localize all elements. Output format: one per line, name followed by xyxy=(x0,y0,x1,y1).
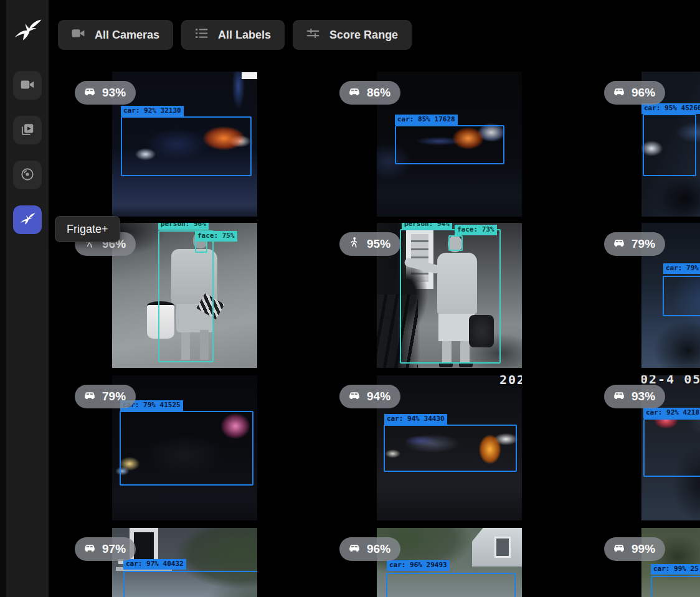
event-cell: 79% car: 79% xyxy=(599,223,700,375)
disc-icon xyxy=(19,166,35,184)
car-icon xyxy=(612,541,626,558)
badge-score: 97% xyxy=(102,542,126,556)
detection-bbox xyxy=(121,116,252,176)
detection-label: person: 96% xyxy=(158,223,209,230)
detection-bbox xyxy=(123,571,257,597)
car-icon xyxy=(348,85,361,101)
window-edge xyxy=(0,0,6,597)
badge-score: 94% xyxy=(367,390,390,403)
frigate-bird-icon xyxy=(12,15,43,46)
score-badge: 95% xyxy=(339,232,400,256)
car-icon xyxy=(83,388,97,405)
event-cell: 94% 202 car: 94% 34430 xyxy=(334,375,599,528)
detection-bbox xyxy=(643,114,696,176)
sidebar-item-cameras[interactable] xyxy=(13,71,42,100)
scene-detail xyxy=(242,72,257,79)
score-badge: 79% xyxy=(604,232,665,256)
detection-bbox xyxy=(651,576,700,597)
detection-label: car: 95% 45260 xyxy=(641,103,700,114)
event-cell: 86% car: 85% 17628 xyxy=(334,72,599,224)
detection-bbox xyxy=(643,418,700,477)
detection-bbox xyxy=(395,125,504,164)
event-cell: 97% car: 97% 40432 xyxy=(70,528,334,597)
score-badge: 79% xyxy=(75,385,136,408)
event-thumbnail[interactable]: car: 96% 29493 xyxy=(377,528,522,597)
car-icon xyxy=(348,541,361,558)
score-badge: 99% xyxy=(604,537,665,561)
car-icon xyxy=(83,541,97,558)
face-bbox xyxy=(448,235,463,251)
sidebar-item-recordings[interactable] xyxy=(13,161,42,189)
frigate-plus-tooltip: Frigate+ xyxy=(55,216,120,242)
event-cell: 96% car: 96% 29493 xyxy=(334,528,599,597)
sidebar xyxy=(6,0,49,597)
video-camera-icon xyxy=(70,26,86,44)
all-cameras-filter-button[interactable]: All Cameras xyxy=(58,20,173,50)
score-badge: 97% xyxy=(75,537,136,561)
badge-score: 99% xyxy=(631,542,655,556)
all-labels-label: All Labels xyxy=(218,29,271,42)
badge-score: 96% xyxy=(631,86,655,100)
score-range-filter-button[interactable]: Score Range xyxy=(293,20,412,50)
all-cameras-label: All Cameras xyxy=(95,29,159,42)
video-camera-icon xyxy=(19,77,35,95)
score-badge: 93% xyxy=(75,81,136,105)
car-icon xyxy=(612,236,626,253)
event-thumbnail[interactable]: car: 97% 40432 xyxy=(112,528,257,597)
score-badge: 96% xyxy=(604,81,665,105)
detection-label: car: 85% 17628 xyxy=(395,115,458,125)
detection-bbox xyxy=(386,573,516,597)
car-icon xyxy=(612,388,626,405)
score-badge: 86% xyxy=(339,81,400,105)
detection-bbox xyxy=(663,276,700,316)
car-icon xyxy=(612,85,626,101)
scene-detail xyxy=(494,537,511,558)
list-icon xyxy=(194,26,209,44)
sidebar-item-review[interactable] xyxy=(13,116,42,144)
score-badge: 94% xyxy=(339,385,400,408)
filter-bar: All Cameras All Labels Score Range xyxy=(58,20,412,50)
tooltip-label: Frigate+ xyxy=(67,223,108,236)
detection-label: car: 92% 4218 xyxy=(643,408,700,418)
event-cell: 93% car: 92% 32130 xyxy=(70,72,334,224)
detection-bbox xyxy=(384,425,517,472)
badge-score: 93% xyxy=(102,86,126,100)
sliders-icon xyxy=(305,26,321,44)
badge-score: 96% xyxy=(367,542,390,556)
person-icon xyxy=(348,236,361,253)
event-cell: 96% car: 95% 45260 xyxy=(599,72,700,224)
detection-bbox xyxy=(120,411,253,486)
car-icon xyxy=(83,85,97,101)
camera-timestamp: 202 xyxy=(499,375,522,387)
event-cell: 95% person: 94% face: 73% xyxy=(334,223,599,375)
face-label: face: 75% xyxy=(195,231,237,242)
score-badge: 96% xyxy=(339,537,400,561)
event-cell: 99% car: 99% 25 xyxy=(599,528,700,597)
detection-label: car: 94% 34430 xyxy=(384,414,447,425)
frigate-logo xyxy=(12,15,43,46)
face-label: face: 73% xyxy=(455,225,497,235)
event-cell: 93% 02-4 05 0 car: 92% 4218 xyxy=(599,375,700,528)
badge-score: 79% xyxy=(631,237,655,251)
detection-label: car: 79% xyxy=(663,263,700,274)
detection-label: car: 96% 29493 xyxy=(387,560,450,571)
score-range-label: Score Range xyxy=(329,29,398,42)
badge-score: 86% xyxy=(367,86,390,100)
detection-label: car: 92% 32130 xyxy=(121,106,184,116)
score-badge: 93% xyxy=(604,385,665,408)
car-icon xyxy=(348,388,361,405)
frigate-bird-icon xyxy=(19,210,36,230)
badge-score: 93% xyxy=(631,390,655,403)
sidebar-item-frigate-plus[interactable] xyxy=(13,205,42,234)
event-cell: 79% car: 79% 41525 xyxy=(70,375,334,528)
badge-score: 79% xyxy=(102,390,126,403)
detection-label: person: 94% xyxy=(402,223,452,230)
sidebar-nav xyxy=(13,71,42,234)
detection-label: car: 97% 40432 xyxy=(123,559,186,570)
badge-score: 95% xyxy=(367,237,390,251)
video-clips-icon xyxy=(19,121,35,139)
event-cell: 96% person: 96% face: 75% xyxy=(70,223,334,375)
all-labels-filter-button[interactable]: All Labels xyxy=(181,20,285,50)
detection-label: car: 99% 25 xyxy=(651,564,700,575)
